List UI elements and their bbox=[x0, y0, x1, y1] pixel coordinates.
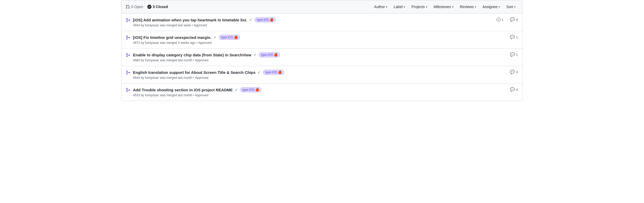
projects-filter-button[interactable]: Projects ▾ bbox=[409, 3, 430, 10]
pr-content: [iOS] Fix timeline grid unexpected margi… bbox=[133, 35, 503, 45]
comment-count: 💬 4 bbox=[510, 87, 518, 92]
pr-number: #944 bbox=[133, 23, 140, 27]
author-filter-button[interactable]: Author ▾ bbox=[372, 3, 390, 10]
pr-title[interactable]: [iOS] Fix timeline grid unexpected margi… bbox=[133, 35, 211, 40]
label-filter-button[interactable]: Label ▾ bbox=[391, 3, 408, 10]
assignee-filter-button[interactable]: Assignee ▾ bbox=[480, 3, 503, 10]
header-bar: 0 Open 5 Closed Author ▾ Label ▾ Pro bbox=[121, 0, 523, 14]
closed-count-label: 5 Closed bbox=[153, 5, 168, 9]
pr-title[interactable]: English translation support for About Sc… bbox=[133, 70, 256, 75]
pr-author[interactable]: fumiyasac bbox=[145, 76, 159, 80]
pr-merged-icon bbox=[126, 53, 130, 58]
assignee-chevron-icon: ▾ bbox=[499, 5, 500, 9]
pr-author[interactable]: fumiyasac bbox=[145, 58, 159, 62]
pr-merged-time: 3 weeks ago bbox=[178, 41, 195, 45]
approved-check-icon: ✓ bbox=[235, 88, 238, 92]
projects-filter-label: Projects bbox=[411, 5, 425, 9]
check-circle-icon bbox=[147, 5, 151, 9]
author-chevron-icon: ▾ bbox=[386, 5, 387, 9]
approved-check-icon: ✓ bbox=[253, 53, 257, 57]
pr-right-actions: 💬 1 bbox=[510, 35, 518, 39]
pr-status: Approved bbox=[195, 93, 208, 97]
comment-number: 3 bbox=[516, 70, 518, 74]
pr-list-container: 0 Open 5 Closed Author ▾ Label ▾ Pro bbox=[121, 0, 523, 101]
pr-title[interactable]: [iOS] Add animation when you tap heartma… bbox=[133, 18, 247, 22]
pr-title[interactable]: Enable to display category chip data (fr… bbox=[133, 53, 251, 57]
milestones-chevron-icon: ▾ bbox=[452, 5, 454, 9]
header-left: 0 Open 5 Closed bbox=[126, 5, 367, 9]
review-number: 1 bbox=[502, 18, 503, 22]
sort-filter-button[interactable]: Sort ▾ bbox=[504, 3, 518, 10]
pr-merged-icon bbox=[126, 70, 130, 76]
pr-merged-time: last week bbox=[178, 23, 191, 27]
approved-check-icon: ✓ bbox=[258, 70, 261, 74]
pr-right-actions: 💬 1 bbox=[510, 52, 518, 57]
pr-title-line: [iOS] Add animation when you tap heartma… bbox=[133, 17, 490, 22]
pr-right-actions: 💬 4 bbox=[510, 87, 518, 92]
approved-check-icon: ✓ bbox=[249, 18, 252, 22]
pr-merged-icon bbox=[126, 18, 130, 23]
pr-status: Approved bbox=[195, 58, 208, 62]
pr-author[interactable]: fumiyasac bbox=[145, 93, 159, 97]
pr-by: by bbox=[141, 58, 145, 62]
pr-content: English translation support for About Sc… bbox=[133, 70, 503, 80]
pr-content: [iOS] Add animation when you tap heartma… bbox=[133, 17, 490, 27]
closed-filter[interactable]: 5 Closed bbox=[147, 5, 168, 9]
pr-meta: #944 by fumiyasac was merged last week •… bbox=[133, 23, 490, 27]
pr-author[interactable]: fumiyasac bbox=[145, 41, 159, 45]
comment-number: 4 bbox=[516, 18, 518, 22]
table-row: Add Trouble shooting section in iOS proj… bbox=[121, 83, 523, 101]
reviews-chevron-icon: ▾ bbox=[475, 5, 476, 9]
milestones-filter-button[interactable]: Milestones ▾ bbox=[431, 3, 456, 10]
pr-by: by bbox=[141, 41, 145, 45]
pr-merged-time: last month bbox=[178, 93, 192, 97]
comment-number: 4 bbox=[516, 88, 518, 92]
pr-number: #633 bbox=[133, 93, 140, 97]
pr-merged-time: last month bbox=[178, 76, 192, 80]
pr-content: Enable to display category chip data (fr… bbox=[133, 52, 503, 62]
milestones-filter-label: Milestones bbox=[434, 5, 451, 9]
comment-count: 💬 3 bbox=[510, 70, 518, 74]
pr-by: by bbox=[141, 76, 145, 80]
comment-bubble-icon: 💬 bbox=[510, 35, 515, 39]
pr-merged-text: was merged bbox=[160, 76, 178, 80]
author-filter-label: Author bbox=[374, 5, 385, 9]
pr-label-tag[interactable]: type:iOS 🍎 bbox=[263, 70, 284, 75]
comment-bubble-icon: 💬 bbox=[510, 17, 515, 22]
pr-title[interactable]: Add Trouble shooting section in iOS proj… bbox=[133, 88, 233, 92]
pr-author[interactable]: fumiyasac bbox=[145, 23, 159, 27]
pr-merged-text: was merged bbox=[160, 23, 178, 27]
pr-label-tag[interactable]: type:iOS 🍎 bbox=[219, 35, 240, 40]
comment-bubble-icon: 💬 bbox=[510, 70, 515, 74]
review-count: ◎ 1 bbox=[496, 17, 505, 22]
label-filter-label: Label bbox=[394, 5, 403, 9]
comment-bubble-icon: 💬 bbox=[510, 87, 515, 92]
open-filter[interactable]: 0 Open bbox=[126, 5, 143, 9]
pr-separator: • bbox=[196, 41, 198, 45]
reviews-filter-button[interactable]: Reviews ▾ bbox=[457, 3, 479, 10]
header-filters: Author ▾ Label ▾ Projects ▾ Milestones ▾… bbox=[372, 3, 518, 10]
pr-merged-text: was merged bbox=[160, 93, 178, 97]
pr-label-tag[interactable]: type:iOS 🍎 bbox=[259, 52, 280, 57]
comment-number: 1 bbox=[516, 35, 518, 39]
pr-separator: • bbox=[193, 76, 195, 80]
pr-by: by bbox=[141, 23, 145, 27]
pr-content: Add Trouble shooting section in iOS proj… bbox=[133, 87, 503, 97]
review-circle-icon: ◎ bbox=[496, 17, 501, 22]
pr-merged-text: was merged bbox=[160, 41, 178, 45]
pr-status: Approved bbox=[193, 23, 207, 27]
pr-separator: • bbox=[193, 58, 195, 62]
pr-open-icon bbox=[126, 5, 130, 9]
pr-list: [iOS] Add animation when you tap heartma… bbox=[121, 14, 523, 101]
comment-count: 💬 1 bbox=[510, 35, 518, 39]
pr-title-line: English translation support for About Sc… bbox=[133, 70, 503, 75]
comment-count: 💬 1 bbox=[510, 52, 518, 57]
pr-label-tag[interactable]: type:iOS 🍎 bbox=[254, 17, 276, 22]
pr-label-tag[interactable]: type:iOS 🍎 bbox=[240, 87, 262, 92]
pr-right-actions: 💬 3 bbox=[510, 70, 518, 74]
table-row: [iOS] Add animation when you tap heartma… bbox=[121, 14, 523, 31]
comment-number: 1 bbox=[516, 53, 518, 57]
pr-merged-time: last month bbox=[178, 58, 192, 62]
pr-merged-icon bbox=[126, 88, 130, 93]
pr-status: Approved bbox=[195, 76, 208, 80]
